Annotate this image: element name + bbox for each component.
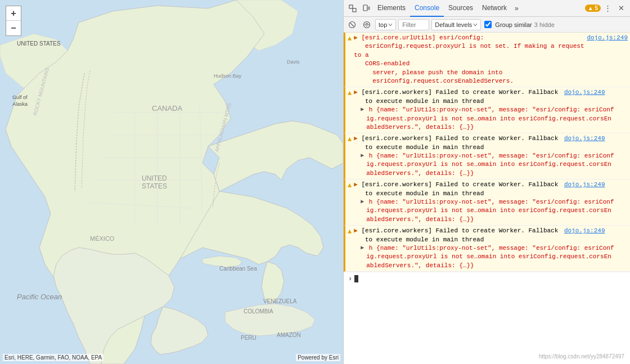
console-input-row: ›	[344, 272, 630, 285]
message-5-main: ▶ [esri.core.workers] Failed to create W…	[354, 227, 628, 244]
devtools-settings-button[interactable]: ⋮	[601, 2, 614, 15]
svg-rect-11	[353, 8, 356, 12]
tab-more-button[interactable]: »	[511, 2, 522, 15]
expand-arrow-5[interactable]: ▶	[361, 244, 364, 252]
tab-elements[interactable]: Elements	[373, 0, 410, 17]
console-message-4: ▲ ▶ [esri.core.workers] Failed to create…	[344, 179, 630, 226]
group-similar-checkbox[interactable]	[484, 21, 492, 28]
svg-rect-12	[363, 5, 367, 11]
message-4-link[interactable]: dojo.js:249	[564, 181, 605, 188]
hidden-count: 3 hidde	[534, 21, 555, 28]
console-filter-button[interactable]	[361, 19, 373, 31]
map-container: UNITED STATES Gulf of Alaska CANADA UNIT…	[0, 0, 343, 364]
tab-network[interactable]: Network	[478, 0, 511, 17]
warning-icon-5: ▲	[348, 227, 352, 237]
expand-arrow-2[interactable]: ▶	[361, 106, 364, 114]
devtools-panel: Elements Console Sources Network » ▲ 5 ⋮…	[343, 0, 630, 364]
expand-arrow-3[interactable]: ▶	[361, 152, 364, 160]
device-toolbar-button[interactable]	[359, 2, 373, 15]
zoom-out-button[interactable]: −	[6, 21, 21, 35]
console-clear-button[interactable]	[346, 19, 358, 31]
console-message-3: ▲ ▶ [esri.core.workers] Failed to create…	[344, 133, 630, 179]
message-3-link[interactable]: dojo.js:249	[564, 135, 605, 142]
svg-rect-10	[349, 5, 353, 8]
map-attribution: Esri, HERE, Garmin, FAO, NOAA, EPA	[3, 354, 104, 361]
message-5-link[interactable]: dojo.js:249	[564, 227, 605, 234]
console-toolbar: top Default levels Group similar 3 hidde	[344, 17, 630, 33]
svg-line-15	[350, 23, 354, 26]
tab-console[interactable]: Console	[410, 0, 444, 17]
context-selector[interactable]: top	[375, 19, 396, 30]
tab-sources[interactable]: Sources	[444, 0, 478, 17]
warning-icon-3: ▲	[348, 135, 352, 145]
console-message-2: ▲ ▶ [esri.core.workers] Failed to create…	[344, 87, 630, 133]
zoom-in-button[interactable]: +	[6, 6, 21, 21]
message-3-main: ▶ [esri.core.workers] Failed to create W…	[354, 134, 628, 152]
console-message-1: ▲ ▶ [esri.core.urlUtils] esri/config: es…	[344, 33, 630, 87]
console-messages-container[interactable]: ▲ ▶ [esri.core.urlUtils] esri/config: es…	[344, 33, 630, 364]
expand-arrow-4[interactable]: ▶	[361, 198, 364, 206]
group-similar-label: Group similar	[495, 21, 532, 28]
console-message-5: ▲ ▶ [esri.core.workers] Failed to create…	[344, 226, 630, 272]
console-prompt-symbol: ›	[348, 275, 352, 283]
watermark: https://blog.csdn.net/yy284872497	[539, 353, 624, 359]
map-powered-by: Powered by Esri	[296, 354, 340, 361]
zoom-controls: + −	[6, 6, 21, 36]
console-filter-input[interactable]	[398, 19, 429, 30]
warning-badge: ▲ 5	[585, 5, 601, 12]
devtools-tabs-bar: Elements Console Sources Network » ▲ 5 ⋮…	[344, 0, 630, 17]
message-1-text: ▶ [esri.core.urlUtils] esri/config: esri…	[354, 34, 584, 86]
default-levels-selector[interactable]: Default levels	[431, 19, 481, 30]
console-cursor	[354, 275, 358, 282]
warning-icon-1: ▲	[348, 34, 352, 44]
devtools-close-button[interactable]: ✕	[614, 2, 628, 15]
warning-icon-2: ▲	[348, 89, 352, 98]
message-1-link[interactable]: dojo.js:249	[587, 34, 628, 42]
message-2-main: ▶ [esri.core.workers] Failed to create W…	[354, 88, 628, 106]
inspect-element-button[interactable]	[346, 2, 359, 15]
warning-icon-4: ▲	[348, 181, 352, 191]
message-2-link[interactable]: dojo.js:249	[564, 89, 605, 96]
svg-rect-13	[368, 7, 370, 10]
message-4-main: ▶ [esri.core.workers] Failed to create W…	[354, 181, 628, 198]
